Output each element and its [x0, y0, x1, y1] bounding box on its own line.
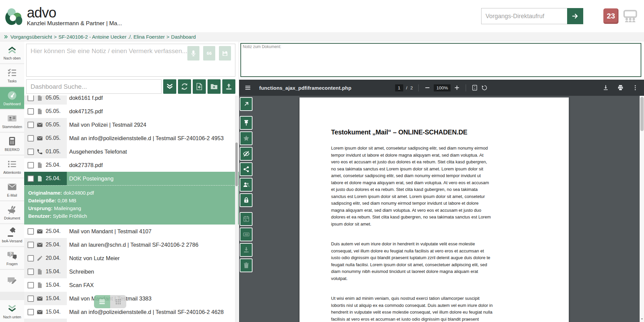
list-icon — [7, 159, 17, 169]
brand[interactable]: advo Kanzlei Mustermann & Partner | Ma..… — [5, 5, 122, 27]
list-item[interactable]: 05.05. dok6161 f.pdf — [24, 95, 239, 105]
list-item[interactable]: 15.04. Schreiben — [24, 265, 239, 278]
page-number-input[interactable]: 1 — [395, 84, 403, 91]
row-date: 05.05. — [46, 135, 61, 141]
list-item[interactable]: 25.04. dok27378.pdf — [24, 158, 239, 172]
list-item[interactable]: 15.04. Scan FAX — [24, 278, 239, 292]
save-note-button[interactable] — [219, 46, 231, 61]
list-item[interactable]: 01.05. Ausgehendes Telefonat — [24, 145, 239, 158]
pdf-menu-button[interactable] — [244, 84, 251, 91]
list-item[interactable]: 05.05. dok47125.pdf — [24, 105, 239, 118]
sidebar-item-tasks[interactable]: Tasks — [0, 64, 24, 86]
zoom-out-button[interactable] — [424, 84, 431, 91]
viewer-tool-hide[interactable] — [240, 147, 252, 161]
viewer-tool-lock[interactable] — [240, 193, 252, 207]
dictate-button[interactable] — [187, 46, 199, 61]
row-checkbox[interactable] — [28, 269, 34, 275]
breadcrumb-item-vorgangsuebersicht[interactable]: Vorgangsübersicht — [10, 34, 52, 40]
row-checkbox[interactable] — [28, 108, 34, 115]
row-checkbox[interactable] — [28, 135, 34, 142]
row-checkbox[interactable] — [28, 295, 34, 302]
viewer-tool-resubmission[interactable] — [240, 212, 252, 226]
list-item[interactable]: 05.05. Mail an info@polizeidienststelle.… — [24, 131, 239, 145]
meeting-room-button[interactable] — [623, 8, 638, 24]
sidebar-item-aktenkonto[interactable]: Aktenkonto — [0, 156, 24, 177]
row-date: 05.05. — [46, 122, 61, 128]
row-checkbox[interactable] — [28, 309, 34, 315]
fit-page-button[interactable] — [471, 84, 478, 91]
sidebar-item-fragen[interactable]: Fragen — [0, 247, 24, 269]
sidebar-item-stammdaten[interactable]: Stammdaten — [0, 110, 24, 132]
direct-call-group — [481, 8, 583, 24]
viewer-tool-assign-user[interactable] — [240, 178, 252, 192]
row-title: Mail an lauren@schn.d | Testmail SF-2401… — [69, 242, 198, 248]
sidebar-item-email[interactable]: E-Mail — [0, 178, 24, 200]
breadcrumb-item-dashboard[interactable]: Dashboard — [171, 34, 196, 40]
direct-call-input[interactable] — [481, 8, 567, 24]
upload-button[interactable] — [222, 79, 235, 94]
sidebar-item-dokument[interactable]: Dokument — [0, 201, 24, 223]
refresh-button[interactable] — [178, 79, 191, 94]
viewer-tool-pin[interactable] — [240, 116, 252, 130]
viewer-tool-favorite[interactable] — [240, 131, 252, 145]
pdf-print-button[interactable] — [617, 84, 624, 91]
viewer-tool-download[interactable] — [240, 243, 252, 257]
viewer-tool-rename[interactable] — [240, 228, 252, 241]
sidebar-item-dashboard[interactable]: Dashboard — [0, 87, 24, 109]
zoom-in-button[interactable] — [454, 84, 460, 91]
text-blocks-button[interactable] — [203, 46, 215, 61]
grid-view-button[interactable] — [110, 295, 126, 308]
double-chevron-down-icon — [166, 83, 174, 90]
dashboard-search-input[interactable] — [26, 79, 162, 94]
list-view-button[interactable] — [94, 295, 110, 308]
document-viewer-panel: functions_ajax_pdfiframecontent.php 1 / … — [239, 41, 644, 322]
rotate-button[interactable] — [481, 84, 488, 91]
scroll-down-arrow[interactable] — [640, 317, 644, 321]
list-item[interactable]: 15.04. Mail von Mandant | Testmail 3383 — [24, 292, 239, 305]
list-item[interactable]: 07.04. Ausgehendes Telefonat — [24, 319, 239, 322]
expand-all-button[interactable] — [163, 79, 176, 94]
viewer-tool-share[interactable] — [240, 162, 252, 176]
sidebar-item-notiz[interactable] — [0, 270, 24, 292]
list-item[interactable]: 25.04. Mail von Mandant | Testmail 4107 — [24, 225, 239, 238]
list-item[interactable]: 20.04. Notiz von Lutz Meier — [24, 251, 239, 265]
pdf-scrollbar[interactable] — [640, 96, 644, 322]
row-checkbox[interactable] — [28, 255, 34, 261]
row-checkbox[interactable] — [28, 175, 34, 182]
list-item[interactable]: 15.04. Mail an info@polizeidienststelle.… — [24, 305, 239, 319]
list-item[interactable]: 25.04. Mail an lauren@schn.d | Testmail … — [24, 238, 239, 251]
sidebar-item-nach-oben[interactable]: Nach oben — [0, 41, 24, 63]
row-checkbox[interactable] — [28, 149, 34, 155]
pdf-more-button[interactable] — [632, 84, 639, 91]
list-scrollbar[interactable] — [235, 95, 238, 322]
row-checkbox[interactable] — [28, 122, 34, 128]
pdf-download-button[interactable] — [602, 84, 609, 91]
document-paragraph: Lorem ipsum dolor sit amet, consetetur s… — [331, 145, 493, 228]
viewer-tool-delete[interactable] — [240, 258, 252, 272]
add-folder-button[interactable] — [208, 79, 221, 94]
breadcrumb: Vorgangsübersicht > SF-240106-2 - Antoin… — [0, 32, 644, 41]
calendar-badge[interactable]: 23 — [603, 8, 618, 24]
sidebar-item-beerko[interactable]: BEERKO — [0, 133, 24, 155]
row-checkbox[interactable] — [28, 282, 34, 288]
audio-document-button[interactable] — [193, 79, 206, 94]
direct-call-go-button[interactable] — [567, 8, 583, 24]
row-checkbox[interactable] — [28, 228, 34, 235]
sidebar-item-nach-unten[interactable]: Nach unten — [0, 300, 24, 322]
sidebar-item-bea-versand[interactable]: beA-Versand — [0, 224, 24, 246]
document-note-input[interactable] — [241, 44, 641, 76]
zoom-level[interactable]: 100% — [434, 84, 451, 91]
audio-document-icon — [195, 83, 203, 90]
breadcrumb-item-case[interactable]: SF-240106-2 - Antoine Uecker ./. Elina F… — [58, 34, 165, 40]
row-title: dok6161 f.pdf — [69, 95, 103, 101]
row-checkbox[interactable] — [28, 162, 34, 168]
row-checkbox[interactable] — [28, 95, 34, 101]
viewer-tool-open-external[interactable] — [240, 97, 252, 111]
pdf-toolbar: functions_ajax_pdfiframecontent.php 1 / … — [239, 80, 644, 96]
pdf-scrollbar-thumb[interactable] — [640, 97, 644, 131]
list-item[interactable]: 25.04. DOK Posteingang Originalname: dok… — [24, 172, 239, 225]
doc-icon — [37, 95, 43, 101]
list-scrollbar-thumb[interactable] — [235, 143, 238, 186]
row-checkbox[interactable] — [28, 242, 34, 248]
list-item[interactable]: 05.05. Mail von Polizei | Testmail 2924 — [24, 118, 239, 131]
